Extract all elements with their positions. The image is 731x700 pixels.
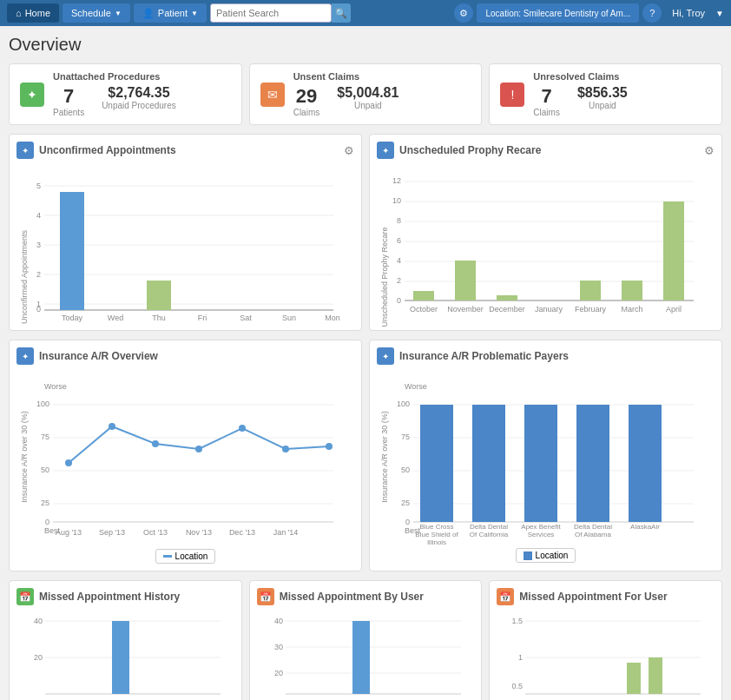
insurance-ar-overview-chart: Insurance A/R over 30 (%) Worse 100 75 5… [16, 370, 338, 544]
unconfirmed-appointments-header: ✦ Unconfirmed Appointments ⚙ [16, 142, 354, 159]
svg-text:40: 40 [34, 617, 43, 625]
schedule-button[interactable]: Schedule ▼ [63, 3, 130, 23]
patient-button[interactable]: 👤 Patient ▼ [134, 3, 207, 23]
svg-text:0: 0 [405, 518, 410, 526]
user-greeting: Hi, Troy [665, 8, 712, 18]
svg-rect-42 [413, 291, 434, 300]
patient-caret: ▼ [191, 10, 198, 17]
svg-rect-44 [497, 295, 517, 300]
search-button[interactable]: 🔍 [332, 3, 351, 23]
svg-text:2: 2 [36, 270, 41, 279]
missed-for-user-title: Missed Appointment For User [519, 591, 715, 603]
svg-text:October: October [410, 305, 438, 314]
svg-text:Insurance A/R over 30 (%): Insurance A/R over 30 (%) [20, 411, 29, 503]
help-icon-button[interactable]: ? [642, 3, 662, 23]
home-label: Home [25, 8, 50, 18]
ar-problematic-legend-button[interactable]: Location [516, 548, 576, 563]
svg-text:1.5: 1.5 [512, 617, 524, 625]
svg-text:Blue Cross: Blue Cross [419, 523, 453, 531]
unresolved-unpaid-label: Unpaid [577, 101, 628, 110]
unsent-claims-numbers: 29 Claims $5,004.81 Unpaid [293, 85, 399, 117]
svg-text:February: February [575, 305, 607, 314]
svg-rect-97 [524, 405, 557, 522]
unconfirmed-appointments-card: ✦ Unconfirmed Appointments ⚙ Unconfirmed… [9, 134, 362, 331]
svg-text:Oct '13: Oct '13 [143, 528, 168, 537]
missed-by-user-icon: 📅 [257, 588, 274, 605]
svg-text:4: 4 [397, 256, 401, 265]
unattached-procedures-numbers: 7 Patients $2,764.35 Unpaid Procedures [53, 85, 176, 117]
svg-text:0: 0 [45, 518, 49, 526]
svg-text:4: 4 [36, 211, 41, 220]
missed-for-user-header: 📅 Missed Appointment For User [497, 588, 715, 605]
svg-point-70 [109, 423, 115, 430]
insurance-ar-overview-card: ✦ Insurance A/R Overview Insurance A/R o… [9, 340, 362, 571]
patients-stat: 7 Patients [53, 85, 84, 117]
charts-row-2: ✦ Insurance A/R Overview Insurance A/R o… [9, 340, 722, 571]
svg-text:1: 1 [518, 653, 523, 662]
svg-point-69 [65, 459, 72, 466]
charts-row-1: ✦ Unconfirmed Appointments ⚙ Unconfirmed… [9, 134, 722, 331]
svg-rect-13 [60, 192, 84, 310]
patients-value: 7 [53, 85, 84, 108]
unresolved-claims-numbers: 7 Claims $856.35 Unpaid [533, 85, 627, 117]
svg-rect-130 [627, 663, 641, 694]
search-input[interactable] [210, 3, 332, 23]
svg-text:20: 20 [274, 669, 283, 677]
svg-text:0.5: 0.5 [512, 682, 524, 690]
missed-history-chart: 40 20 [16, 611, 225, 700]
svg-rect-46 [580, 281, 601, 300]
unpaid-procedures-stat: $2,764.35 Unpaid Procedures [102, 85, 176, 117]
svg-text:Thu: Thu [152, 314, 166, 322]
claims-value: 29 [293, 85, 320, 108]
missed-history-icon: 📅 [16, 588, 34, 605]
svg-text:100: 100 [397, 400, 410, 408]
missed-appointment-history-header: 📅 Missed Appointment History [16, 588, 234, 605]
main-content: Overview ✦ Unattached Procedures 7 Patie… [0, 26, 731, 700]
unscheduled-prophy-chart: Unscheduled Prophy Recare 12 10 8 6 4 2 … [377, 164, 698, 320]
svg-text:March: March [621, 305, 642, 314]
unattached-procedures-card: ✦ Unattached Procedures 7 Patients $2,76… [9, 63, 242, 125]
settings-icon-button[interactable]: ⚙ [454, 3, 473, 23]
svg-rect-131 [649, 657, 662, 694]
ar-overview-legend-button[interactable]: Location [155, 549, 216, 564]
svg-text:Insurance A/R over 30 (%): Insurance A/R over 30 (%) [380, 411, 389, 503]
svg-text:25: 25 [401, 499, 410, 507]
page-title: Overview [9, 35, 722, 55]
svg-rect-123 [352, 621, 370, 694]
svg-point-74 [282, 446, 289, 452]
unconfirmed-appointments-settings[interactable]: ⚙ [344, 144, 354, 157]
svg-text:40: 40 [274, 617, 283, 625]
location-button[interactable]: Location: Smilecare Dentistry of Am... [477, 3, 639, 23]
unscheduled-prophy-settings[interactable]: ⚙ [704, 144, 715, 157]
unpaid-claims-stat: $5,004.81 Unpaid [337, 85, 398, 117]
unscheduled-prophy-card: ✦ Unscheduled Prophy Recare ⚙ Unschedule… [369, 134, 722, 331]
unsent-claims-icon: ✉ [260, 83, 285, 107]
unconfirmed-appointments-icon: ✦ [16, 142, 34, 159]
svg-text:April: April [666, 305, 682, 314]
insurance-ar-overview-header: ✦ Insurance A/R Overview [16, 347, 354, 365]
svg-rect-96 [472, 405, 505, 522]
svg-text:Delta Dental: Delta Dental [470, 523, 508, 531]
ar-overview-legend-label: Location [175, 551, 208, 561]
svg-point-71 [152, 440, 159, 447]
home-button[interactable]: ⌂ Home [7, 3, 59, 23]
navbar: ⌂ Home Schedule ▼ 👤 Patient ▼ 🔍 ⚙ Locati… [0, 0, 731, 26]
svg-text:Unscheduled Prophy Recare: Unscheduled Prophy Recare [380, 227, 389, 327]
svg-rect-47 [622, 281, 642, 300]
unpaid-procedures-label: Unpaid Procedures [102, 101, 176, 110]
missed-appointment-history-card: 📅 Missed Appointment History 40 20 [9, 580, 242, 700]
ar-overview-legend-color [163, 555, 172, 558]
missed-by-user-title: Missed Appointment By User [280, 591, 475, 603]
svg-text:10: 10 [392, 196, 401, 205]
svg-text:0: 0 [36, 305, 41, 314]
svg-text:Today: Today [62, 314, 83, 322]
location-label: Location: Smilecare Dentistry of Am... [485, 9, 630, 18]
unresolved-count-stat: 7 Claims [533, 85, 560, 117]
unresolved-claims-title: Unresolved Claims [533, 71, 627, 82]
ar-overview-legend: Location [16, 548, 354, 564]
unconfirmed-appointments-title: Unconfirmed Appointments [39, 144, 339, 156]
insurance-ar-overview-icon: ✦ [16, 347, 34, 365]
unpaid-procedures-value: $2,764.35 [102, 85, 176, 101]
svg-text:75: 75 [401, 433, 410, 441]
svg-text:Aug '13: Aug '13 [56, 528, 82, 537]
